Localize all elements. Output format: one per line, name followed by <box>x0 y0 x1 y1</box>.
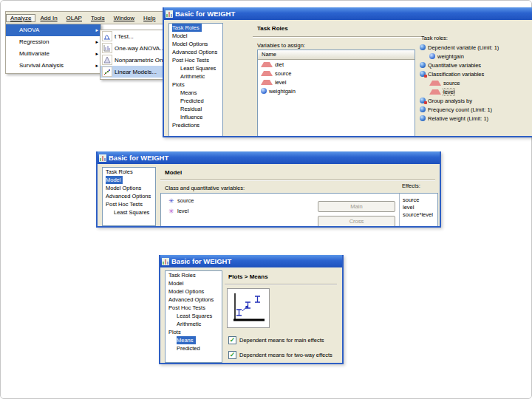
menu-analyze[interactable]: Analyze <box>6 14 35 22</box>
nav-model[interactable]: Model <box>103 176 155 184</box>
nav-task-roles[interactable]: Task Roles <box>169 24 222 32</box>
dialog-plots-means: Basic for WEIGHT Task Roles Model Model … <box>159 255 344 364</box>
checkbox-main-effects[interactable]: Dependent means for main effects <box>228 336 324 344</box>
nav-predictions[interactable]: Predictions <box>169 121 222 129</box>
dialog-title: Basic for WEIGHT <box>175 10 235 18</box>
dialog3-nav-list: Task Roles Model Model Options Advanced … <box>165 270 222 363</box>
dialog2-nav-list: Task Roles Model Model Options Advanced … <box>102 167 156 226</box>
nav-means[interactable]: Means <box>166 336 222 344</box>
nav-post-hoc-tests[interactable]: Post Hoc Tests <box>103 200 155 208</box>
variable-row-source[interactable]: source <box>258 69 415 78</box>
nav-model-options[interactable]: Model Options <box>103 184 155 192</box>
dialog-title-bar[interactable]: Basic for WEIGHT <box>163 7 532 20</box>
variable-row-weightgain[interactable]: weightgain <box>258 86 415 95</box>
nav-label: Task Roles <box>172 24 202 32</box>
menu-item-multivariate-label: Multivariate <box>19 50 50 57</box>
role-assigned-level[interactable]: level <box>429 87 499 96</box>
role-label: Relative weight (Limit: 1) <box>428 115 488 122</box>
nav-model-options[interactable]: Model Options <box>169 40 222 48</box>
menu-olap[interactable]: OLAP <box>62 14 86 22</box>
analyze-dropdown-menu: ANOVA ▸ Regression ▸ Multivariate ▸ Surv… <box>5 24 101 74</box>
role-assigned-weightgain[interactable]: weightgain <box>429 52 499 61</box>
nav-least-squares[interactable]: Least Squares <box>166 312 222 320</box>
effect-variable-icon <box>168 208 175 214</box>
nav-least-squares[interactable]: Least Squares <box>103 208 155 216</box>
class-variable-level[interactable]: level <box>168 208 188 214</box>
menu-item-regression[interactable]: Regression ▸ <box>6 36 100 48</box>
menu-tools[interactable]: Tools <box>86 14 109 22</box>
effect-item-source[interactable]: source <box>403 197 420 203</box>
menu-item-multivariate[interactable]: Multivariate ▸ <box>6 48 100 60</box>
model-content-panel: source level source level source*level <box>160 193 438 228</box>
nav-post-hoc-tests[interactable]: Post Hoc Tests <box>169 56 222 64</box>
cross-button[interactable]: Cross <box>318 216 395 227</box>
variable-row-diet[interactable]: diet <box>258 60 415 69</box>
nav-advanced-options[interactable]: Advanced Options <box>103 192 155 200</box>
nav-model[interactable]: Model <box>169 32 222 40</box>
nav-model-options[interactable]: Model Options <box>166 287 222 296</box>
nav-arithmetic[interactable]: Arithmetic <box>169 72 222 81</box>
nav-model[interactable]: Model <box>166 279 222 287</box>
nav-influence[interactable]: Influence <box>169 113 222 121</box>
menu-item-survival-analysis[interactable]: Survival Analysis ▸ <box>6 60 100 72</box>
nav-predicted[interactable]: Predicted <box>166 344 222 352</box>
effect-item-level[interactable]: level <box>403 204 414 211</box>
nav-least-squares[interactable]: Least Squares <box>169 64 222 72</box>
checked-checkbox-icon[interactable] <box>228 351 236 359</box>
submenu-item-nonparametric[interactable]: Nonparametric On... <box>100 54 163 66</box>
main-button[interactable]: Main <box>318 201 395 212</box>
role-relative-weight[interactable]: Relative weight (Limit: 1) <box>420 114 499 123</box>
dialog-task-roles: Basic for WEIGHT Task Roles Model Model … <box>163 7 532 137</box>
dialog-title-bar[interactable]: Basic for WEIGHT <box>159 255 344 267</box>
classification-variable-icon <box>429 81 441 86</box>
divider <box>253 36 424 38</box>
name-column-header[interactable]: Name <box>258 50 415 60</box>
nav-arithmetic[interactable]: Arithmetic <box>166 320 222 328</box>
effect-variable-icon <box>168 198 175 204</box>
menu-bar: Analyze Add In OLAP Tools Window Help <box>5 11 163 24</box>
checkbox-two-way-effects[interactable]: Dependent means for two-way effects <box>228 351 332 359</box>
numeric-variable-icon <box>429 53 435 59</box>
menu-item-anova[interactable]: ANOVA ▸ <box>6 24 100 36</box>
nav-post-hoc-tests[interactable]: Post Hoc Tests <box>166 304 222 312</box>
panel-header: Task Roles <box>257 25 288 32</box>
one-way-anova-icon <box>102 43 112 53</box>
role-globe-icon <box>420 115 426 121</box>
nav-means[interactable]: Means <box>169 89 222 97</box>
role-globe-icon <box>420 106 426 112</box>
task-roles-tree: Dependent variable (Limit: 1) weightgain… <box>420 43 499 123</box>
effect-item-source-level[interactable]: source*level <box>403 211 433 218</box>
class-variable-source[interactable]: source <box>168 197 194 204</box>
nav-task-roles[interactable]: Task Roles <box>166 271 222 279</box>
nav-plots[interactable]: Plots <box>169 81 222 89</box>
nav-advanced-options[interactable]: Advanced Options <box>169 48 222 56</box>
nav-residual[interactable]: Residual <box>169 105 222 113</box>
menu-help[interactable]: Help <box>139 14 160 22</box>
nav-task-roles[interactable]: Task Roles <box>103 168 155 176</box>
dialog-title-bar[interactable]: Basic for WEIGHT <box>96 151 441 164</box>
role-quantitative-variables[interactable]: Quantitative variables <box>420 61 499 69</box>
role-label: level <box>443 89 454 95</box>
nav-predicted[interactable]: Predicted <box>169 97 222 105</box>
dialog-icon <box>162 258 169 265</box>
role-group-analysis-by[interactable]: Group analysis by <box>420 96 499 105</box>
role-dependent-variable[interactable]: Dependent variable (Limit: 1) <box>420 43 499 52</box>
menu-add-in[interactable]: Add In <box>35 14 61 22</box>
role-globe-icon <box>420 98 426 103</box>
nav-plots[interactable]: Plots <box>166 328 222 336</box>
menu-window[interactable]: Window <box>109 14 139 22</box>
role-classification-variables[interactable]: Classification variables <box>420 69 499 78</box>
dialog-title: Basic for WEIGHT <box>171 257 231 265</box>
submenu-item-t-test[interactable]: t Test... <box>100 30 163 42</box>
role-frequency-count[interactable]: Frequency count (Limit: 1) <box>420 105 499 114</box>
menu-item-anova-label: ANOVA <box>19 27 39 33</box>
submenu-arrow-icon: ▸ <box>95 36 98 48</box>
role-assigned-source[interactable]: source <box>429 78 499 87</box>
variable-label: diet <box>275 61 284 68</box>
nav-advanced-options[interactable]: Advanced Options <box>166 296 222 304</box>
submenu-item-linear-models[interactable]: Linear Models... <box>100 66 163 78</box>
role-label: Group analysis by <box>428 98 472 104</box>
variable-row-level[interactable]: level <box>258 78 415 86</box>
checked-checkbox-icon[interactable] <box>228 336 236 344</box>
submenu-item-one-way-anova[interactable]: One-way ANOVA... <box>100 42 163 54</box>
